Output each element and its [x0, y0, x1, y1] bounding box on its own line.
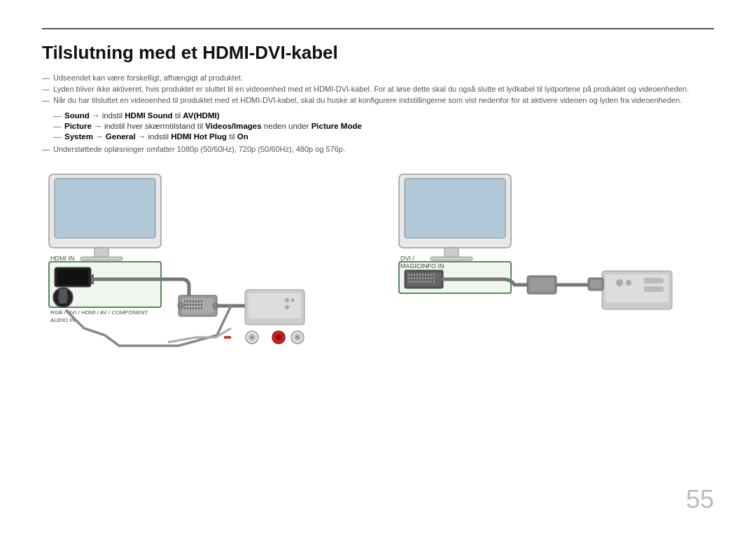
right-diagram: DVI / MAGICINFO IN: [392, 167, 714, 384]
svg-rect-75: [414, 277, 415, 279]
svg-text:AUDIO IN: AUDIO IN: [50, 317, 76, 323]
svg-rect-3: [80, 257, 122, 260]
svg-rect-20: [195, 300, 197, 302]
svg-rect-16: [184, 300, 186, 302]
svg-rect-34: [195, 307, 197, 309]
hdmi-sound-label: HDMI Sound: [125, 111, 172, 120]
svg-rect-28: [198, 304, 200, 306]
svg-rect-88: [422, 281, 424, 283]
note-3: Når du har tilsluttet en videoenhed til …: [42, 96, 714, 104]
svg-rect-71: [430, 274, 432, 276]
svg-rect-82: [433, 277, 435, 279]
svg-rect-27: [195, 304, 197, 306]
svg-rect-102: [590, 280, 601, 288]
svg-rect-64: [411, 274, 412, 276]
svg-rect-19: [192, 300, 194, 302]
svg-rect-76: [416, 277, 418, 279]
resolution-note: Understøttede opløsninger omfatter 1080p…: [42, 145, 714, 153]
svg-rect-31: [187, 307, 188, 309]
page-title: Tilslutning med et HDMI-DVI-kabel: [42, 42, 714, 64]
svg-rect-77: [419, 277, 421, 279]
svg-rect-97: [644, 278, 664, 283]
svg-rect-90: [428, 281, 429, 283]
bullet-system: System → General → indstil HDMI Hot Plug…: [53, 132, 714, 141]
svg-rect-85: [414, 281, 415, 283]
svg-rect-91: [430, 281, 432, 283]
svg-rect-89: [425, 281, 426, 283]
svg-rect-69: [425, 274, 426, 276]
svg-rect-57: [430, 257, 472, 260]
svg-rect-63: [408, 274, 410, 276]
svg-text:MAGICINFO IN: MAGICINFO IN: [400, 262, 444, 269]
svg-rect-29: [201, 304, 202, 306]
page-container: Tilslutning med et HDMI-DVI-kabel Udseen…: [0, 0, 756, 534]
svg-rect-15: [182, 298, 214, 314]
svg-point-43: [285, 305, 289, 309]
svg-rect-67: [419, 274, 421, 276]
diagrams-row: HDMI IN RGB / DVI / HDMI / AV / COMPONEN…: [42, 167, 714, 384]
svg-rect-65: [414, 274, 415, 276]
svg-rect-79: [425, 277, 426, 279]
svg-point-49: [277, 336, 280, 339]
bullet-picture: Picture → indstil hver skærmtilstand til…: [53, 122, 714, 130]
note-1: Udseendet kan være forskelligt, afhængig…: [42, 73, 714, 82]
svg-rect-21: [198, 300, 200, 302]
svg-point-46: [251, 336, 253, 339]
top-line: [42, 28, 714, 29]
svg-rect-7: [57, 269, 88, 285]
on-label: On: [237, 132, 248, 141]
left-diagram: HDMI IN RGB / DVI / HDMI / AV / COMPONEN…: [42, 167, 364, 384]
av-hdmi-label: AV(HDMI): [183, 111, 219, 120]
svg-point-37: [178, 303, 183, 309]
svg-rect-74: [411, 277, 412, 279]
page-number: 55: [686, 485, 714, 514]
svg-rect-68: [422, 274, 424, 276]
svg-rect-33: [192, 307, 194, 309]
svg-rect-24: [187, 304, 188, 306]
svg-point-99: [616, 279, 623, 286]
general-label: General: [106, 132, 136, 141]
svg-rect-26: [192, 304, 194, 306]
sound-label: Sound: [64, 111, 90, 120]
svg-rect-87: [419, 281, 421, 283]
svg-text:HDMI IN: HDMI IN: [50, 255, 75, 262]
svg-rect-98: [644, 286, 664, 292]
svg-rect-86: [416, 281, 418, 283]
hot-plug-label: HDMI Hot Plug: [171, 132, 227, 141]
svg-text:RGB / DVI / HDMI / AV / COMPON: RGB / DVI / HDMI / AV / COMPONENT: [50, 309, 148, 316]
svg-rect-83: [408, 281, 410, 283]
svg-rect-36: [201, 307, 202, 309]
svg-rect-30: [184, 307, 186, 309]
svg-rect-73: [408, 277, 410, 279]
svg-point-41: [285, 298, 289, 302]
svg-rect-92: [433, 281, 435, 283]
note-2: Lyden bliver ikke aktiveret, hvis produk…: [42, 85, 714, 93]
svg-rect-32: [190, 307, 191, 309]
svg-rect-40: [248, 293, 301, 318]
svg-rect-56: [444, 248, 458, 258]
svg-rect-55: [405, 178, 505, 238]
bullet-section: Sound → indstil HDMI Sound til AV(HDMI) …: [53, 111, 714, 141]
svg-rect-23: [184, 304, 186, 306]
bullet-sound: Sound → indstil HDMI Sound til AV(HDMI): [53, 111, 714, 120]
svg-rect-17: [187, 300, 188, 302]
videos-images-label: Videos/Images: [205, 122, 261, 130]
svg-rect-25: [190, 304, 191, 306]
svg-rect-78: [422, 277, 424, 279]
svg-rect-1: [55, 178, 155, 238]
svg-text:DVI /: DVI /: [400, 255, 415, 262]
svg-rect-18: [190, 300, 191, 302]
left-diagram-svg: HDMI IN RGB / DVI / HDMI / AV / COMPONEN…: [42, 167, 364, 384]
svg-point-100: [626, 280, 631, 286]
svg-rect-72: [433, 274, 435, 276]
svg-rect-53: [59, 288, 67, 304]
svg-point-52: [296, 336, 299, 339]
picture-mode-label: Picture Mode: [312, 122, 362, 130]
svg-rect-94: [530, 278, 554, 292]
svg-rect-2: [94, 248, 108, 258]
svg-rect-81: [430, 277, 432, 279]
svg-rect-70: [428, 274, 429, 276]
svg-point-42: [291, 299, 295, 302]
svg-rect-66: [416, 274, 418, 276]
svg-rect-22: [201, 300, 202, 302]
